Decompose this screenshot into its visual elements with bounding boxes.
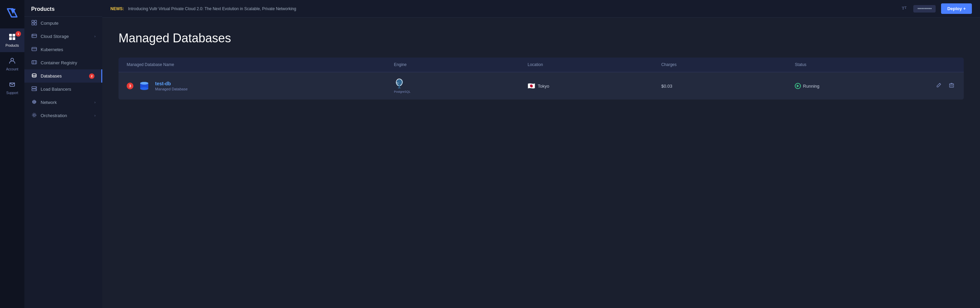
- engine-cell: Pg PostgreSQL: [394, 79, 528, 94]
- svg-point-33: [140, 87, 148, 90]
- svg-rect-17: [32, 60, 37, 64]
- location-cell: 🇯🇵 Tokyo: [528, 82, 661, 90]
- compute-icon: [31, 20, 37, 26]
- cloud-storage-icon: [31, 33, 37, 40]
- svg-rect-7: [32, 20, 34, 22]
- sidebar-item-compute[interactable]: Compute: [24, 17, 102, 30]
- sidebar-item-cloud-storage[interactable]: Cloud Storage ›: [24, 30, 102, 43]
- network-chevron: ›: [94, 100, 95, 104]
- svg-rect-8: [35, 20, 37, 22]
- db-type: Managed Database: [155, 87, 188, 91]
- table-header: Managed Database Name Engine Location Ch…: [119, 57, 964, 72]
- header-actions: [929, 62, 956, 67]
- svg-rect-5: [13, 37, 15, 40]
- deploy-button[interactable]: Deploy +: [941, 3, 972, 14]
- svg-rect-9: [32, 23, 34, 25]
- sidebar: Products Compute Cloud Storage ›: [24, 0, 102, 308]
- svg-rect-10: [35, 23, 37, 25]
- rail-account-label: Account: [6, 67, 18, 71]
- topbar: NEWS: Introducing Vultr Virtual Private …: [102, 0, 980, 17]
- network-label: Network: [41, 100, 91, 105]
- kubernetes-label: Kubernetes: [41, 47, 95, 52]
- svg-rect-15: [32, 48, 37, 51]
- rail-item-account[interactable]: Account: [0, 52, 24, 76]
- topbar-right: T T •••••••••• Deploy +: [901, 3, 972, 14]
- table-row: 3 test-db Managed Database: [119, 72, 964, 100]
- db-cylinder-icon: [138, 80, 150, 92]
- sidebar-item-databases[interactable]: Databases 2: [24, 69, 102, 83]
- databases-icon: [31, 73, 37, 79]
- orchestration-chevron: ›: [94, 114, 95, 117]
- svg-rect-2: [9, 34, 12, 37]
- rail-products-label: Products: [5, 44, 19, 48]
- orchestration-label: Orchestration: [41, 113, 91, 118]
- status-running-icon: [795, 83, 801, 89]
- svg-text:Pg: Pg: [396, 82, 399, 84]
- svg-point-28: [32, 113, 36, 117]
- svg-rect-11: [32, 34, 37, 38]
- svg-point-27: [33, 114, 35, 116]
- location-name: Tokyo: [538, 84, 549, 89]
- play-indicator: [797, 85, 799, 87]
- kubernetes-icon: [31, 46, 37, 53]
- databases-badge: 2: [89, 73, 94, 79]
- header-engine: Engine: [394, 62, 528, 67]
- support-icon: [8, 81, 16, 90]
- svg-point-23: [35, 87, 36, 88]
- products-badge: 1: [16, 31, 21, 37]
- load-balancers-label: Load Balancers: [41, 87, 95, 92]
- sidebar-title: Products: [24, 0, 102, 17]
- svg-rect-4: [9, 37, 12, 40]
- edit-button[interactable]: [935, 81, 943, 91]
- databases-table: Managed Database Name Engine Location Ch…: [119, 57, 964, 100]
- products-icon: [8, 33, 16, 42]
- main-content: Managed Databases Managed Database Name …: [102, 17, 980, 308]
- topbar-font-icon[interactable]: T T: [901, 5, 908, 13]
- news-label: NEWS:: [110, 6, 124, 11]
- container-registry-icon: [31, 60, 37, 66]
- main-area: NEWS: Introducing Vultr Virtual Private …: [102, 0, 980, 308]
- rail-item-products[interactable]: 1 Products: [0, 29, 24, 52]
- container-registry-label: Container Registry: [41, 60, 95, 65]
- svg-rect-3: [13, 34, 15, 37]
- db-name-info: test-db Managed Database: [155, 81, 188, 91]
- cloud-storage-label: Cloud Storage: [41, 34, 91, 39]
- sidebar-item-load-balancers[interactable]: Load Balancers: [24, 83, 102, 96]
- cloud-storage-chevron: ›: [94, 35, 95, 38]
- db-name-cell: 3 test-db Managed Database: [127, 80, 394, 92]
- svg-point-6: [11, 58, 14, 61]
- sidebar-item-network[interactable]: Network ›: [24, 96, 102, 109]
- sidebar-item-kubernetes[interactable]: Kubernetes: [24, 43, 102, 56]
- header-charges: Charges: [661, 62, 795, 67]
- postgresql-icon: Pg: [394, 79, 405, 89]
- db-name[interactable]: test-db: [155, 81, 188, 86]
- svg-point-24: [35, 90, 36, 90]
- actions-cell: [929, 81, 956, 91]
- svg-rect-41: [950, 84, 954, 87]
- compute-label: Compute: [41, 21, 95, 26]
- engine-label: PostgreSQL: [394, 90, 410, 94]
- row-number-badge: 3: [127, 83, 134, 89]
- rail-item-support[interactable]: Support: [0, 76, 24, 100]
- icon-rail: 1 Products Account Support: [0, 0, 24, 308]
- load-balancers-icon: [31, 86, 37, 92]
- svg-point-20: [32, 74, 36, 75]
- svg-point-13: [32, 35, 33, 35]
- svg-text:T: T: [905, 6, 907, 10]
- delete-button[interactable]: [948, 81, 956, 91]
- databases-label: Databases: [41, 73, 86, 79]
- svg-text:T: T: [902, 5, 905, 11]
- svg-point-34: [140, 82, 148, 85]
- charges-cell: $0.03: [661, 84, 795, 89]
- news-text: Introducing Vultr Virtual Private Cloud …: [128, 6, 296, 11]
- sidebar-item-container-registry[interactable]: Container Registry: [24, 56, 102, 69]
- rail-support-label: Support: [6, 91, 18, 95]
- topbar-user[interactable]: ••••••••••: [913, 5, 935, 13]
- sidebar-item-orchestration[interactable]: Orchestration ›: [24, 109, 102, 122]
- vultr-logo: [5, 5, 20, 20]
- status-cell: Running: [795, 83, 929, 89]
- location-flag: 🇯🇵: [528, 82, 535, 90]
- orchestration-icon: [31, 113, 37, 119]
- account-icon: [8, 57, 16, 66]
- status-text: Running: [803, 84, 819, 89]
